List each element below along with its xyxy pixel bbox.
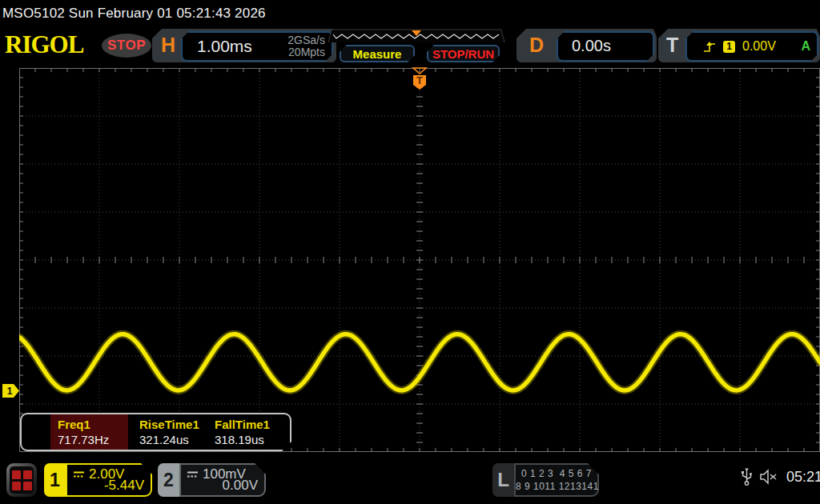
window-title: MSO5102 Sun February 01 05:21:43 2026	[2, 6, 266, 22]
logic-row-8-15: 8 9 1011 12131415	[516, 481, 597, 492]
clock: 05:21	[786, 469, 820, 486]
logic-row-0-7: 0 1 2 3 4 5 6 7	[516, 468, 597, 479]
measurement-name: FallTime1	[215, 418, 270, 431]
delay-box[interactable]: 0.00s	[557, 31, 654, 62]
channel2-body[interactable]: 100mV 0.00V	[179, 463, 266, 497]
measure-button[interactable]: Measure	[340, 45, 415, 62]
measurement-value: 717.73Hz	[58, 433, 109, 446]
waveform-memory-bar[interactable]	[327, 28, 506, 44]
rigol-logo: RIGOL	[5, 30, 83, 59]
run-state-badge: STOP	[102, 34, 151, 58]
svg-text:1: 1	[7, 386, 13, 397]
svg-text:T: T	[416, 74, 423, 86]
delay-settings-box[interactable]: D 0.00s	[517, 29, 657, 62]
trigger-mode-auto: A	[801, 39, 810, 54]
logic-tab[interactable]: L	[492, 463, 514, 497]
measurement-name: RiseTime1	[139, 418, 199, 431]
measurement-risetime1[interactable]: RiseTime1 321.24us	[132, 414, 206, 450]
memory-depth: 20Mpts	[287, 46, 325, 58]
timebase-box[interactable]: 1.00ms 2GSa/s 20Mpts	[181, 31, 333, 62]
trigger-position-marker[interactable]: T	[411, 66, 428, 90]
sample-rate: 2GSa/s	[287, 34, 325, 46]
dc-coupling-icon	[187, 470, 199, 478]
title-bar: MSO5102 Sun February 01 05:21:43 2026	[0, 0, 820, 27]
speaker-muted-icon	[759, 469, 778, 485]
measurement-value: 318.19us	[215, 433, 264, 446]
channel1-body[interactable]: 2.00V -5.44V	[66, 463, 152, 497]
graticule-area[interactable]	[19, 68, 820, 452]
dc-coupling-icon	[73, 470, 85, 478]
bottom-bar: 1 2.00V -5.44V 2	[0, 461, 820, 504]
measurement-value: 321.24us	[139, 433, 189, 446]
channel2-status[interactable]: 2 100mV 0.00V	[158, 463, 266, 497]
status-tray: 05:21	[741, 467, 820, 486]
channel1-offset: -5.44V	[104, 478, 144, 494]
logic-body[interactable]: 0 1 2 3 4 5 6 7 8 9 1011 12131415	[514, 463, 599, 497]
trigger-settings-box[interactable]: T 1 0.00V A	[658, 29, 820, 62]
measurement-freq1[interactable]: Freq1 717.73Hz	[50, 414, 128, 450]
usb-icon	[741, 467, 753, 486]
header-bar: RIGOL STOP H 1.00ms 2GSa/s 20Mpts Measur…	[0, 27, 820, 64]
quick-menu-button[interactable]	[6, 463, 37, 497]
trigger-level-value: 0.00V	[742, 39, 776, 54]
trigger-box[interactable]: 1 0.00V A	[685, 31, 818, 62]
channel1-status[interactable]: 1 2.00V -5.44V	[44, 463, 152, 497]
channel1-ground-marker[interactable]: 1	[2, 384, 20, 398]
trigger-source-badge: 1	[723, 41, 735, 53]
channel2-tab[interactable]: 2	[158, 463, 179, 497]
trigger-slope-rising-icon	[703, 41, 716, 53]
oscilloscope-screen: MSO5102 Sun February 01 05:21:43 2026 RI…	[0, 0, 820, 504]
waveform-display[interactable]	[19, 68, 820, 452]
grid-icon	[10, 466, 34, 494]
acquisition-rates: 2GSa/s 20Mpts	[287, 34, 325, 59]
delay-label: D	[529, 34, 544, 57]
measurement-name: Freq1	[58, 418, 90, 431]
measurement-falltime1[interactable]: FallTime1 318.19us	[207, 414, 287, 450]
logic-channels-status[interactable]: L 0 1 2 3 4 5 6 7 8 9 1011 12131415	[492, 463, 599, 497]
channel1-tab[interactable]: 1	[44, 463, 66, 497]
stop-run-button[interactable]: STOP/RUN	[427, 45, 500, 62]
measurement-panel: Freq1 717.73Hz RiseTime1 321.24us FallTi…	[20, 413, 291, 451]
channel2-offset: 0.00V	[223, 478, 258, 494]
delay-value: 0.00s	[572, 37, 611, 55]
trigger-label: T	[666, 34, 678, 57]
horizontal-label: H	[161, 34, 175, 57]
timebase-value: 1.00ms	[197, 37, 252, 56]
horizontal-settings-box[interactable]: H 1.00ms 2GSa/s 20Mpts	[152, 29, 336, 62]
